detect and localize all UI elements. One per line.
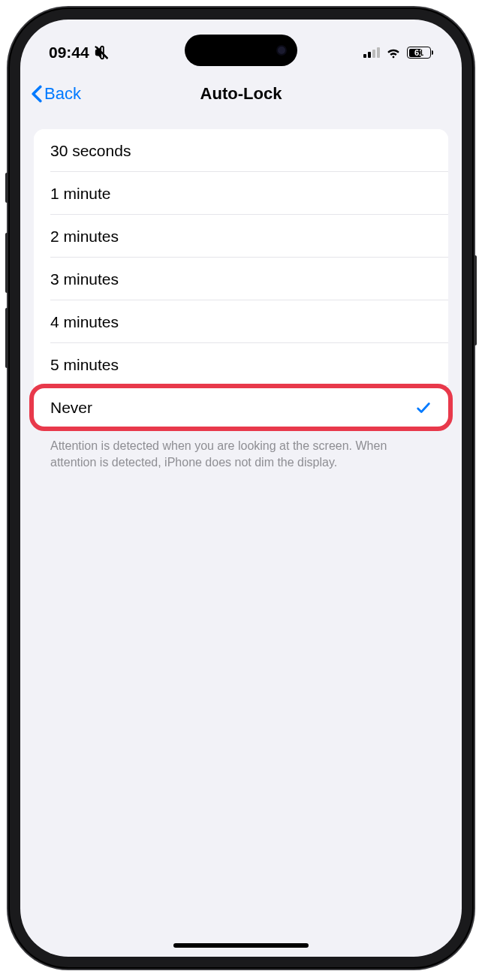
back-label: Back (44, 84, 81, 104)
screen: 09:44 (20, 20, 462, 957)
option-5-minutes[interactable]: 5 minutes (34, 343, 448, 386)
content: 30 seconds 1 minute 2 minutes 3 minutes … (20, 116, 462, 493)
volume-down-button (5, 308, 8, 368)
status-right: 61 (363, 46, 433, 59)
option-label: 1 minute (50, 185, 111, 203)
option-30-seconds[interactable]: 30 seconds (34, 129, 448, 172)
option-label: Never (50, 399, 92, 417)
option-label: 3 minutes (50, 270, 119, 288)
status-time: 09:44 (49, 44, 89, 62)
nav-bar: Back Auto-Lock (20, 72, 462, 116)
page-title: Auto-Lock (200, 84, 282, 104)
option-label: 2 minutes (50, 228, 119, 246)
power-button (474, 255, 477, 345)
option-label: 30 seconds (50, 142, 131, 160)
auto-lock-options: 30 seconds 1 minute 2 minutes 3 minutes … (34, 129, 448, 431)
phone-frame: 09:44 (8, 8, 474, 969)
silent-switch (5, 173, 8, 203)
battery-percent: 61 (414, 48, 423, 57)
dynamic-island (185, 35, 297, 66)
option-label: 5 minutes (50, 356, 119, 374)
silent-icon (94, 44, 110, 61)
option-1-minute[interactable]: 1 minute (34, 172, 448, 215)
checkmark-icon (415, 400, 432, 416)
option-2-minutes[interactable]: 2 minutes (34, 215, 448, 258)
back-button[interactable]: Back (31, 84, 81, 104)
chevron-left-icon (31, 85, 43, 103)
volume-up-button (5, 233, 8, 293)
front-camera (276, 45, 287, 56)
option-never[interactable]: Never (29, 384, 453, 431)
option-4-minutes[interactable]: 4 minutes (34, 300, 448, 343)
footer-text: Attention is detected when you are looki… (34, 429, 448, 479)
wifi-icon (385, 46, 402, 59)
home-indicator[interactable] (173, 943, 309, 948)
cellular-signal-icon (363, 47, 380, 58)
status-left: 09:44 (49, 44, 110, 62)
battery-icon: 61 (407, 47, 433, 59)
option-label: 4 minutes (50, 313, 119, 331)
option-3-minutes[interactable]: 3 minutes (34, 258, 448, 300)
